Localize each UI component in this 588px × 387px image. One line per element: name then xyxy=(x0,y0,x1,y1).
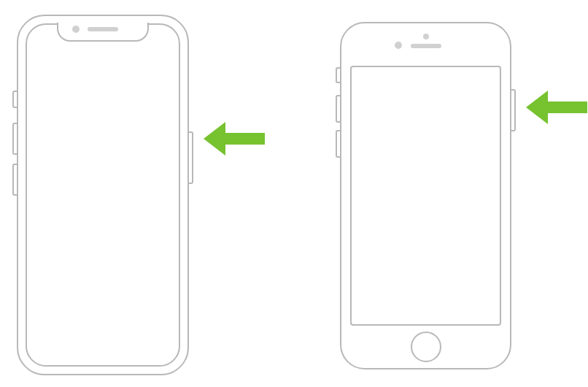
display-notch xyxy=(57,23,149,42)
volume-up-button xyxy=(12,123,17,155)
volume-down-button xyxy=(336,130,340,158)
phone-screen xyxy=(350,66,501,326)
front-camera xyxy=(395,42,402,49)
illustration-stage xyxy=(0,0,588,387)
proximity-sensor xyxy=(423,34,429,39)
home-button xyxy=(411,332,441,362)
side-button xyxy=(189,131,193,184)
iphone-faceid-outline xyxy=(17,15,189,375)
volume-down-button xyxy=(12,164,17,196)
arrow-to-side-button-left-phone xyxy=(198,120,267,157)
ring-silent-switch xyxy=(336,67,340,83)
earpiece-speaker xyxy=(411,44,441,48)
arrow-to-side-button-right-phone xyxy=(520,89,588,126)
volume-up-button xyxy=(336,95,340,123)
earpiece-speaker xyxy=(88,27,118,31)
side-button xyxy=(511,89,516,131)
iphone-touchid-outline xyxy=(340,22,511,369)
front-camera xyxy=(72,26,80,33)
ring-silent-switch xyxy=(12,91,17,108)
phone-screen xyxy=(26,23,180,367)
